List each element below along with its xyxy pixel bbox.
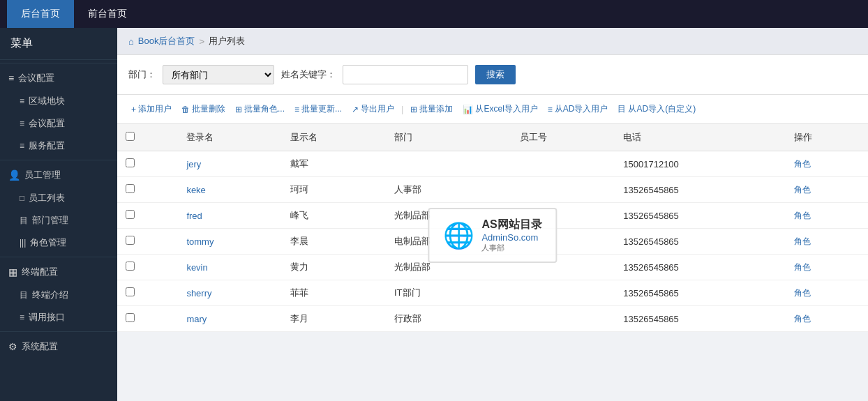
batch-delete-button[interactable]: 🗑 批量删除 (179, 102, 228, 116)
row-select-0[interactable] (126, 158, 135, 167)
col-checkbox (117, 124, 178, 151)
staff-section-icon: 👤 (8, 169, 20, 181)
export-button[interactable]: ↗ 导出用户 (349, 102, 397, 116)
login-link-1[interactable]: keke (186, 185, 205, 195)
import-ad-label: 从AD导入用户 (555, 103, 608, 115)
keyword-input[interactable] (343, 65, 468, 84)
login-link-6[interactable]: mary (186, 314, 207, 324)
sidebar-item-area[interactable]: ≡ 区域地块 (0, 90, 117, 112)
import-excel-button[interactable]: 📊 从Excel导入用户 (460, 102, 540, 116)
sidebar-section-staff[interactable]: 👤 员工管理 (0, 163, 117, 187)
sidebar-item-dept[interactable]: 目 部门管理 (0, 209, 117, 232)
action-link-6[interactable]: 角色 (794, 314, 811, 324)
row-select-2[interactable] (126, 210, 135, 219)
sidebar-item-terminal-intro[interactable]: 目 终端介绍 (0, 284, 117, 306)
row-select-5[interactable] (126, 287, 135, 296)
row-select-6[interactable] (126, 313, 135, 322)
action-link-2[interactable]: 角色 (794, 211, 811, 220)
row-display-1: 珂珂 (282, 177, 386, 203)
batch-role-button[interactable]: ⊞ 批量角色... (232, 102, 287, 116)
row-select-4[interactable] (126, 262, 135, 271)
sidebar-item-meeting[interactable]: ≡ 会议配置 (0, 112, 117, 135)
add-icon: + (131, 105, 136, 114)
breadcrumb-home-link[interactable]: Book后台首页 (138, 35, 195, 47)
export-icon: ↗ (352, 105, 359, 114)
dept-icon: 目 (20, 215, 28, 227)
dept-select[interactable]: 所有部门 人事部 光制品部 电制品部 IT部门 行政部 (163, 65, 274, 84)
batch-add-button[interactable]: ⊞ 批量添加 (407, 102, 456, 116)
batch-role-label: 批量角色... (244, 103, 285, 115)
action-link-3[interactable]: 角色 (794, 236, 811, 246)
action-link-1[interactable]: 角色 (794, 185, 811, 195)
stafflist-label: 员工列表 (29, 192, 65, 204)
sidebar-section-terminal[interactable]: ▦ 终端配置 (0, 260, 117, 284)
import-ad-custom-button[interactable]: 目 从AD导入(自定义) (615, 102, 698, 116)
table-row: jery 戴军 15001712100 角色 (117, 151, 868, 177)
sidebar-section-system[interactable]: ⚙ 系统配置 (0, 335, 117, 358)
table-row: sherry 菲菲 IT部门 13526545865 角色 (117, 280, 868, 306)
main-layout: 菜单 ≡ 会议配置 ≡ 区域地块 ≡ 会议配置 ≡ 服务配置 👤 员工管理 □ … (0, 28, 868, 401)
row-empno-1 (511, 177, 615, 203)
action-link-5[interactable]: 角色 (794, 288, 811, 298)
batch-update-icon: ≡ (294, 105, 299, 114)
row-checkbox-3 (117, 229, 178, 255)
table-header-row: 登录名 显示名 部门 员工号 电话 操作 (117, 124, 868, 151)
batch-update-button[interactable]: ≡ 批量更新... (292, 102, 345, 116)
import-ad-button[interactable]: ≡ 从AD导入用户 (545, 102, 611, 116)
sidebar-item-api[interactable]: ≡ 调用接口 (0, 306, 117, 328)
row-display-5: 菲菲 (282, 280, 386, 306)
import-excel-icon: 📊 (463, 105, 473, 114)
service-icon: ≡ (20, 141, 24, 151)
nav-item-frontend[interactable]: 前台首页 (74, 0, 141, 28)
row-action-2: 角色 (786, 203, 868, 229)
login-link-2[interactable]: fred (186, 211, 202, 221)
row-checkbox-0 (117, 151, 178, 177)
row-action-6: 角色 (786, 306, 868, 332)
search-button[interactable]: 搜索 (475, 65, 516, 84)
terminal-section-label: 终端配置 (22, 266, 58, 278)
col-phone: 电话 (615, 124, 786, 151)
sidebar-item-stafflist[interactable]: □ 员工列表 (0, 187, 117, 209)
dept-label: 部门： (128, 68, 156, 81)
row-phone-4: 13526545865 (615, 255, 786, 280)
search-bar: 部门： 所有部门 人事部 光制品部 电制品部 IT部门 行政部 姓名关键字： 搜… (117, 55, 868, 95)
meeting-config-label: 会议配置 (18, 72, 54, 84)
row-empno-5 (511, 280, 615, 306)
row-login-0: jery (178, 151, 282, 177)
table-row: kevin 黄力 光制品部 13526545865 角色 (117, 255, 868, 280)
row-dept-4: 光制品部 (386, 255, 511, 280)
divider-4 (0, 331, 117, 332)
system-section-icon: ⚙ (8, 341, 17, 352)
sidebar-item-role[interactable]: ||| 角色管理 (0, 232, 117, 254)
select-all-checkbox[interactable] (126, 132, 135, 141)
nav-item-backend[interactable]: 后台首页 (7, 0, 74, 28)
breadcrumb-separator: > (200, 36, 205, 47)
action-link-0[interactable]: 角色 (794, 159, 811, 169)
login-link-4[interactable]: kevin (186, 262, 207, 273)
col-login: 登录名 (178, 124, 282, 151)
row-dept-2: 光制品部 (386, 203, 511, 229)
batch-role-icon: ⊞ (235, 105, 242, 114)
row-dept-0 (386, 151, 511, 177)
sidebar-item-service[interactable]: ≡ 服务配置 (0, 135, 117, 157)
api-label: 调用接口 (29, 311, 65, 324)
row-dept-1: 人事部 (386, 177, 511, 203)
login-link-0[interactable]: jery (186, 159, 201, 169)
divider-1 (0, 63, 117, 63)
sidebar-section-meeting-config[interactable]: ≡ 会议配置 (0, 66, 117, 90)
batch-delete-label: 批量删除 (192, 103, 225, 115)
table-row: tommy 李晨 电制品部 13526545865 角色 (117, 229, 868, 255)
import-ad-custom-label: 从AD导入(自定义) (628, 103, 696, 115)
row-phone-3: 13526545865 (615, 229, 786, 255)
dept-label: 部门管理 (32, 214, 68, 227)
terminal-section-icon: ▦ (8, 266, 17, 278)
login-link-3[interactable]: tommy (186, 236, 214, 247)
row-select-1[interactable] (126, 184, 135, 193)
meeting-label: 会议配置 (29, 117, 65, 130)
login-link-5[interactable]: sherry (186, 288, 211, 298)
add-user-button[interactable]: + 添加用户 (128, 102, 174, 116)
action-link-4[interactable]: 角色 (794, 262, 811, 272)
row-select-3[interactable] (126, 236, 135, 245)
user-table-wrapper: 登录名 显示名 部门 员工号 电话 操作 jery 戴军 15001712100… (117, 124, 868, 332)
row-phone-1: 13526545865 (615, 177, 786, 203)
